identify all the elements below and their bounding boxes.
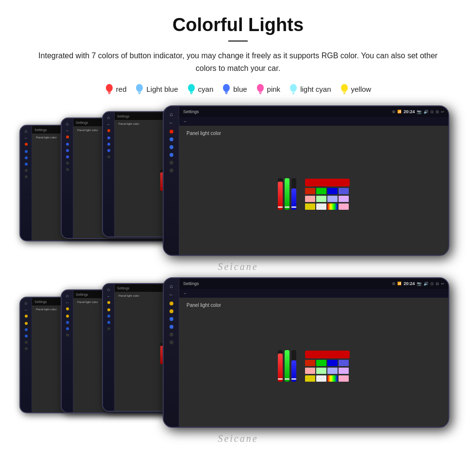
svg-point-3 — [136, 84, 143, 92]
color-label-pink: pink — [267, 85, 281, 93]
color-label-red: red — [116, 85, 127, 93]
seicane-watermark-bottom: Seicane — [19, 430, 457, 449]
seicane-watermark-top: Seicane — [19, 258, 457, 277]
device-row-bottom: ⌂ ← Settings 20:24 — [19, 277, 457, 428]
color-label-lightcyan: light cyan — [300, 85, 331, 93]
svg-point-18 — [341, 84, 348, 92]
time-main: 20:24 — [404, 109, 415, 114]
devices-container-bottom: ⌂ ← Settings 20:24 — [19, 277, 457, 449]
svg-rect-7 — [190, 91, 193, 93]
svg-rect-20 — [343, 93, 345, 94]
color-label-lightblue: Light blue — [146, 85, 178, 93]
color-label-yellow: yellow — [351, 85, 372, 93]
main-title: Colorful Lights — [19, 15, 457, 35]
svg-rect-13 — [259, 91, 262, 93]
home-icon-b2: ⌂ — [66, 293, 68, 298]
panel-light-label-b: Panel light color — [187, 303, 221, 308]
bulb-icon-blue — [222, 83, 231, 95]
settings-text-main-b: Settings — [183, 281, 199, 286]
panel-title-b1: Panel light color — [36, 308, 57, 311]
color-item-red: red — [105, 83, 127, 95]
panel-title-b2: Panel light color — [77, 301, 98, 303]
settings-label-b3: Settings — [117, 287, 129, 290]
home-icon-b1: ⌂ — [25, 301, 27, 305]
panel-title-2: Panel light color — [77, 129, 98, 132]
home-icon-b3: ⌂ — [107, 287, 110, 292]
svg-rect-10 — [225, 91, 228, 93]
svg-rect-19 — [343, 91, 346, 93]
home-icon-2: ⌂ — [66, 121, 68, 126]
bulb-icon-lightblue — [135, 83, 144, 95]
home-icon-3: ⌂ — [107, 115, 110, 120]
home-icon-1: ⌂ — [25, 129, 27, 134]
svg-rect-2 — [108, 93, 110, 94]
svg-rect-11 — [225, 93, 227, 94]
header-section: Colorful Lights Integrated with 7 colors… — [19, 15, 457, 74]
color-item-blue: blue — [222, 83, 247, 95]
color-item-pink: pink — [256, 83, 281, 95]
settings-label-2: Settings — [76, 121, 88, 124]
settings-label-1: Settings — [34, 128, 47, 132]
description: Integrated with 7 colors of button indic… — [29, 50, 447, 74]
color-item-cyan: cyan — [187, 83, 214, 95]
color-item-lightblue: Light blue — [135, 83, 178, 95]
svg-point-12 — [257, 84, 264, 92]
home-icon-main-b: ⌂ — [170, 283, 173, 289]
time-main-b: 20:24 — [404, 281, 415, 286]
settings-label-3: Settings — [117, 115, 129, 118]
unit-main-bottom: ⌂ ← Settings ⚙ — [163, 277, 449, 428]
svg-point-0 — [106, 84, 113, 92]
devices-container-top: ⌂ ← Settings ⚙ — [19, 105, 457, 277]
panel-title-3: Panel light color — [119, 122, 139, 125]
panel-light-label: Panel light color — [187, 131, 221, 136]
bulb-icon-yellow — [340, 83, 349, 95]
bulb-icon-red — [105, 83, 114, 95]
settings-text-main: Settings — [183, 109, 199, 114]
panel-title-b3: Panel light color — [119, 294, 139, 297]
device-row-top: ⌂ ← Settings ⚙ — [19, 105, 457, 256]
panel-title-1: Panel light color — [36, 136, 57, 139]
color-item-lightcyan: light cyan — [289, 83, 331, 95]
color-indicators: red Light blue cyan — [19, 83, 457, 95]
settings-label-b1: Settings — [34, 300, 47, 303]
svg-rect-8 — [190, 93, 192, 94]
svg-point-15 — [290, 84, 297, 92]
svg-rect-17 — [292, 93, 294, 94]
svg-point-6 — [188, 84, 195, 92]
svg-rect-5 — [138, 93, 140, 94]
bulb-icon-lightcyan — [289, 83, 298, 95]
bulb-icon-cyan — [187, 83, 196, 95]
svg-rect-4 — [138, 91, 141, 93]
page-wrapper: Colorful Lights Integrated with 7 colors… — [0, 0, 476, 459]
color-label-blue: blue — [233, 85, 247, 93]
unit-main-top: ⌂ ← Settings ⚙ — [163, 105, 449, 256]
home-icon-main: ⌂ — [170, 111, 173, 117]
svg-point-9 — [223, 84, 230, 92]
bulb-icon-pink — [256, 83, 265, 95]
svg-rect-14 — [259, 93, 261, 94]
title-divider — [228, 40, 248, 42]
svg-rect-1 — [108, 91, 111, 93]
settings-label-b2: Settings — [76, 293, 88, 296]
color-label-cyan: cyan — [198, 85, 214, 93]
svg-rect-16 — [292, 91, 295, 93]
color-item-yellow: yellow — [340, 83, 372, 95]
